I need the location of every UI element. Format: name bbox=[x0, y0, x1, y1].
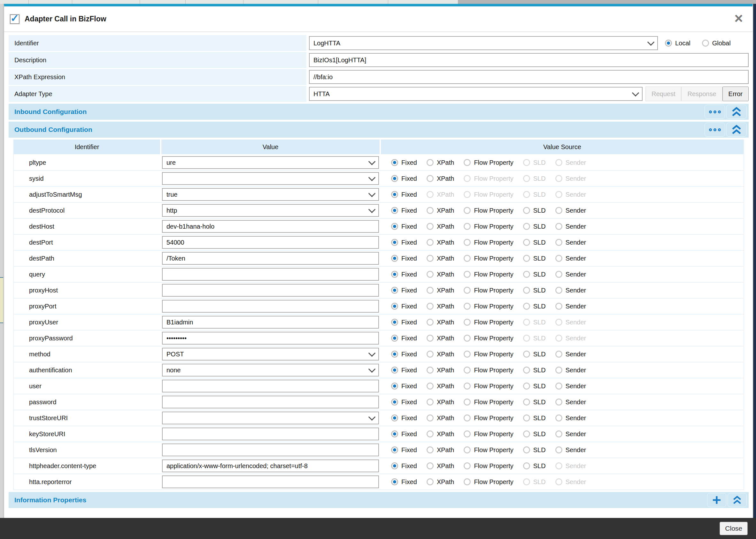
value-source-radio-flow-property[interactable]: Flow Property bbox=[464, 303, 513, 310]
error-button[interactable]: Error bbox=[722, 87, 749, 101]
value-source-radio-sld[interactable]: SLD bbox=[523, 255, 546, 262]
value-source-radio-fixed[interactable]: Fixed bbox=[391, 271, 417, 278]
value-source-radio-flow-property[interactable]: Flow Property bbox=[464, 207, 513, 214]
value-source-radio-fixed[interactable]: Fixed bbox=[391, 446, 417, 454]
collapse-icon[interactable] bbox=[726, 122, 747, 137]
row-value-input[interactable] bbox=[162, 268, 379, 281]
row-value-input[interactable] bbox=[162, 236, 379, 249]
value-source-radio-sender[interactable]: Sender bbox=[555, 207, 586, 214]
row-value-input[interactable] bbox=[162, 284, 379, 297]
value-source-radio-sender[interactable]: Sender bbox=[555, 383, 586, 390]
value-source-radio-sld[interactable]: SLD bbox=[523, 303, 546, 310]
value-source-radio-xpath[interactable]: XPath bbox=[426, 415, 454, 422]
value-source-radio-flow-property[interactable]: Flow Property bbox=[464, 350, 513, 358]
value-source-radio-sld[interactable]: SLD bbox=[523, 223, 546, 230]
value-source-radio-flow-property[interactable]: Flow Property bbox=[464, 446, 513, 454]
value-source-radio-xpath[interactable]: XPath bbox=[426, 366, 454, 374]
value-source-radio-flow-property[interactable]: Flow Property bbox=[464, 478, 513, 486]
value-source-radio-sld[interactable]: SLD bbox=[523, 287, 546, 294]
row-value-input[interactable] bbox=[162, 252, 379, 265]
value-source-radio-fixed[interactable]: Fixed bbox=[391, 175, 417, 182]
value-source-radio-sender[interactable]: Sender bbox=[555, 446, 586, 454]
value-source-radio-sender[interactable]: Sender bbox=[555, 239, 586, 246]
collapse-icon[interactable] bbox=[727, 493, 747, 507]
value-source-radio-fixed[interactable]: Fixed bbox=[391, 287, 417, 294]
row-value-input[interactable] bbox=[162, 476, 379, 488]
value-source-radio-xpath[interactable]: XPath bbox=[426, 159, 454, 166]
value-source-radio-fixed[interactable]: Fixed bbox=[391, 335, 417, 342]
value-source-radio-sender[interactable]: Sender bbox=[555, 303, 586, 310]
value-source-radio-fixed[interactable]: Fixed bbox=[391, 415, 417, 422]
row-value-input[interactable] bbox=[162, 380, 379, 392]
row-value-select[interactable] bbox=[162, 172, 379, 185]
scope-radio-local[interactable]: Local bbox=[665, 39, 691, 47]
value-source-radio-xpath[interactable]: XPath bbox=[426, 462, 454, 470]
row-value-select[interactable]: http bbox=[162, 204, 379, 217]
value-source-radio-sld[interactable]: SLD bbox=[523, 366, 546, 374]
value-source-radio-sld[interactable]: SLD bbox=[523, 239, 546, 246]
value-source-radio-flow-property[interactable]: Flow Property bbox=[464, 239, 513, 246]
ellipsis-icon[interactable] bbox=[705, 105, 725, 119]
row-value-input[interactable] bbox=[162, 300, 379, 313]
scope-radio-global[interactable]: Global bbox=[702, 39, 731, 47]
value-source-radio-xpath[interactable]: XPath bbox=[426, 335, 454, 342]
value-source-radio-fixed[interactable]: Fixed bbox=[391, 399, 417, 406]
value-source-radio-xpath[interactable]: XPath bbox=[426, 175, 454, 182]
value-source-radio-xpath[interactable]: XPath bbox=[426, 319, 454, 326]
row-value-input[interactable] bbox=[162, 220, 379, 233]
value-source-radio-sld[interactable]: SLD bbox=[523, 350, 546, 358]
value-source-radio-sld[interactable]: SLD bbox=[523, 430, 546, 438]
value-source-radio-flow-property[interactable]: Flow Property bbox=[464, 415, 513, 422]
identifier-combobox[interactable]: LogHTTA bbox=[309, 36, 658, 50]
value-source-radio-xpath[interactable]: XPath bbox=[426, 303, 454, 310]
value-source-radio-xpath[interactable]: XPath bbox=[426, 478, 454, 486]
value-source-radio-xpath[interactable]: XPath bbox=[426, 255, 454, 262]
value-source-radio-fixed[interactable]: Fixed bbox=[391, 462, 417, 470]
value-source-radio-xpath[interactable]: XPath bbox=[426, 350, 454, 358]
xpath-input[interactable] bbox=[309, 70, 749, 84]
value-source-radio-flow-property[interactable]: Flow Property bbox=[464, 383, 513, 390]
row-value-select[interactable]: true bbox=[162, 188, 379, 201]
value-source-radio-xpath[interactable]: XPath bbox=[426, 271, 454, 278]
value-source-radio-flow-property[interactable]: Flow Property bbox=[464, 462, 513, 470]
value-source-radio-flow-property[interactable]: Flow Property bbox=[464, 366, 513, 374]
value-source-radio-flow-property[interactable]: Flow Property bbox=[464, 159, 513, 166]
row-value-select[interactable]: ure bbox=[162, 156, 379, 169]
value-source-radio-sender[interactable]: Sender bbox=[555, 430, 586, 438]
value-source-radio-flow-property[interactable]: Flow Property bbox=[464, 271, 513, 278]
value-source-radio-sld[interactable]: SLD bbox=[523, 399, 546, 406]
title-checkbox[interactable]: ✓ bbox=[10, 14, 20, 24]
value-source-radio-sender[interactable]: Sender bbox=[555, 271, 586, 278]
value-source-radio-xpath[interactable]: XPath bbox=[426, 207, 454, 214]
value-source-radio-sld[interactable]: SLD bbox=[523, 383, 546, 390]
row-value-select[interactable]: none bbox=[162, 364, 379, 376]
value-source-radio-fixed[interactable]: Fixed bbox=[391, 478, 417, 486]
description-input[interactable] bbox=[309, 53, 749, 67]
value-source-radio-fixed[interactable]: Fixed bbox=[391, 239, 417, 246]
value-source-radio-xpath[interactable]: XPath bbox=[426, 287, 454, 294]
value-source-radio-sender[interactable]: Sender bbox=[555, 350, 586, 358]
value-source-radio-flow-property[interactable]: Flow Property bbox=[464, 255, 513, 262]
row-value-input[interactable] bbox=[162, 332, 379, 345]
value-source-radio-sender[interactable]: Sender bbox=[555, 223, 586, 230]
response-button[interactable]: Response bbox=[681, 87, 722, 101]
row-value-select[interactable] bbox=[162, 412, 379, 424]
value-source-radio-xpath[interactable]: XPath bbox=[426, 430, 454, 438]
value-source-radio-fixed[interactable]: Fixed bbox=[391, 383, 417, 390]
value-source-radio-fixed[interactable]: Fixed bbox=[391, 350, 417, 358]
value-source-radio-xpath[interactable]: XPath bbox=[426, 239, 454, 246]
value-source-radio-fixed[interactable]: Fixed bbox=[391, 319, 417, 326]
row-value-input[interactable] bbox=[162, 396, 379, 409]
adapter-type-combobox[interactable]: HTTA bbox=[309, 87, 643, 101]
request-button[interactable]: Request bbox=[645, 87, 682, 101]
value-source-radio-fixed[interactable]: Fixed bbox=[391, 191, 417, 198]
value-source-radio-fixed[interactable]: Fixed bbox=[391, 255, 417, 262]
value-source-radio-sender[interactable]: Sender bbox=[555, 415, 586, 422]
value-source-radio-fixed[interactable]: Fixed bbox=[391, 159, 417, 166]
value-source-radio-fixed[interactable]: Fixed bbox=[391, 207, 417, 214]
value-source-radio-fixed[interactable]: Fixed bbox=[391, 366, 417, 374]
value-source-radio-xpath[interactable]: XPath bbox=[426, 399, 454, 406]
row-value-input[interactable] bbox=[162, 316, 379, 329]
value-source-radio-sld[interactable]: SLD bbox=[523, 462, 546, 470]
value-source-radio-flow-property[interactable]: Flow Property bbox=[464, 287, 513, 294]
